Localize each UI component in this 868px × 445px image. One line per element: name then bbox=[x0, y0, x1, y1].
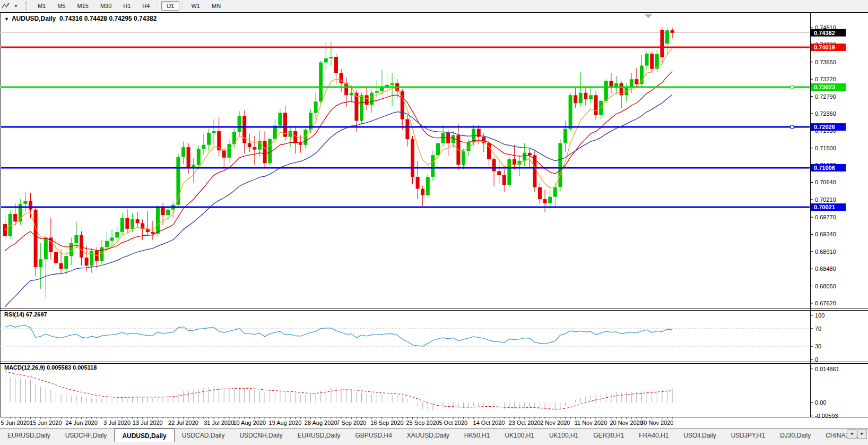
candle-body bbox=[426, 177, 430, 195]
candle-body bbox=[293, 131, 297, 143]
price-tick-label: 0.67620 bbox=[815, 300, 836, 306]
line-studies-icon bbox=[2, 2, 10, 10]
chart-tab-ger30-h1[interactable]: GER30,H1 bbox=[586, 429, 631, 441]
price-tick-label: 0.68910 bbox=[815, 249, 836, 255]
chart-tab-xauusd-daily[interactable]: XAUUSD,Daily bbox=[400, 429, 457, 441]
timeframe-button-m15[interactable]: M15 bbox=[72, 1, 93, 11]
candle-body bbox=[29, 201, 32, 210]
chart-tab-audusd-daily[interactable]: AUDUSD,Daily bbox=[114, 429, 174, 442]
timeframe-button-m5[interactable]: M5 bbox=[52, 1, 71, 11]
candle-body bbox=[533, 155, 536, 187]
candle-body bbox=[405, 119, 409, 139]
candle-body bbox=[645, 54, 649, 66]
trading-platform-window: ▼ M1M5M15M30H1H4D1W1MN 0.745100.740800.7… bbox=[0, 0, 868, 445]
candle-body bbox=[523, 153, 526, 161]
candle-body bbox=[390, 83, 394, 85]
timeframe-button-mn[interactable]: MN bbox=[206, 1, 226, 11]
candle-body bbox=[370, 93, 374, 105]
tab-scroll-right-button[interactable]: ► bbox=[857, 429, 867, 439]
tab-scroll-left-button[interactable]: ◄ bbox=[847, 429, 856, 439]
candle-body bbox=[166, 210, 170, 216]
price-tick-label: 0.71500 bbox=[815, 145, 836, 151]
toolbar-separator bbox=[182, 2, 183, 10]
candle-body bbox=[421, 189, 424, 195]
chart-tab-usoil-daily[interactable]: USOil,Daily bbox=[676, 429, 723, 441]
timeframe-button-d1[interactable]: D1 bbox=[161, 1, 179, 11]
chevron-down-icon[interactable]: ▼ bbox=[12, 4, 20, 8]
chart-tab-eurusd-daily[interactable]: EURUSD,Daily bbox=[290, 429, 348, 441]
candle-body bbox=[125, 218, 129, 229]
chart-tab-uk100-h1[interactable]: UK100,H1 bbox=[498, 429, 542, 441]
candle-body bbox=[553, 187, 557, 197]
price-tick-label: 0.72790 bbox=[815, 93, 836, 100]
chart-tab-usdchf-daily[interactable]: USDCHF,Daily bbox=[58, 429, 115, 441]
candle-body bbox=[604, 81, 608, 101]
price-tick-label: 0.68480 bbox=[815, 266, 836, 272]
candle-body bbox=[589, 95, 593, 99]
chart-symbol-label: AUDUSD,Daily bbox=[12, 15, 56, 22]
timeframe-button-w1[interactable]: W1 bbox=[186, 1, 205, 11]
candle-body bbox=[441, 133, 445, 143]
date-label: 7 Sep 2020 bbox=[336, 420, 366, 426]
candle-body bbox=[23, 201, 27, 204]
candle-body bbox=[462, 151, 465, 165]
timeframe-button-m1[interactable]: M1 bbox=[32, 1, 51, 11]
date-label: 31 Jul 2020 bbox=[204, 420, 234, 426]
candle-body bbox=[574, 95, 577, 103]
price-tick-label: 0.72360 bbox=[815, 110, 836, 117]
timeframe-button-m30[interactable]: M30 bbox=[95, 1, 117, 11]
candle-body bbox=[569, 95, 572, 129]
toolbar-grip[interactable] bbox=[25, 2, 29, 10]
line-drag-handle[interactable] bbox=[791, 125, 794, 129]
chart-tab-usdjpy-h1[interactable]: USDJPY,H1 bbox=[724, 429, 772, 441]
candle-body bbox=[375, 91, 379, 93]
price-badge-label: 0.72026 bbox=[814, 124, 835, 130]
date-label: 2 Nov 2020 bbox=[540, 420, 570, 426]
timeframe-button-h1[interactable]: H1 bbox=[118, 1, 136, 11]
candle-body bbox=[594, 95, 598, 115]
chart-tab-eurusd-daily[interactable]: EURUSD,Daily bbox=[0, 429, 58, 441]
chart-ohlc-values: 0.74316 0.74428 0.74295 0.74382 bbox=[59, 15, 157, 22]
macd-tick-label: -0.00593 bbox=[815, 413, 838, 419]
price-tick-label: 0.73220 bbox=[815, 76, 836, 82]
macd-tick-label: 0.014861 bbox=[815, 366, 839, 372]
chart-tab-gbpusd-h4[interactable]: GBPUSD,H4 bbox=[348, 429, 399, 441]
line-studies-button[interactable] bbox=[0, 1, 12, 11]
collapse-triangle-icon[interactable]: ▼ bbox=[4, 16, 9, 22]
chart-canvas[interactable]: 0.745100.740800.736500.732200.727900.723… bbox=[0, 12, 868, 428]
timeframe-button-h4[interactable]: H4 bbox=[137, 1, 155, 11]
candle-body bbox=[303, 130, 307, 145]
price-badge-label: 0.70021 bbox=[814, 204, 835, 210]
chart-tab-uk100-h1[interactable]: UK100,H1 bbox=[542, 429, 586, 441]
date-label: 16 Sep 2020 bbox=[370, 420, 403, 426]
price-tick-label: 0.69340 bbox=[815, 231, 836, 237]
line-drag-handle[interactable] bbox=[791, 85, 794, 89]
date-label: 14 Oct 2020 bbox=[473, 420, 505, 426]
chart-tab-usdcnh-daily[interactable]: USDCNH,Daily bbox=[232, 429, 290, 441]
candle-body bbox=[497, 171, 501, 175]
candle-body bbox=[85, 258, 89, 266]
candle-body bbox=[299, 143, 302, 145]
date-label: 15 Jun 2020 bbox=[30, 420, 62, 426]
candle-body bbox=[558, 143, 562, 187]
candle-body bbox=[319, 63, 323, 102]
rsi-indicator-label: RSI(14) 67.2697 bbox=[4, 311, 47, 318]
date-label: 10 Aug 2020 bbox=[233, 420, 266, 426]
candle-body bbox=[365, 95, 369, 105]
chart-tab-usdcad-daily[interactable]: USDCAD,Daily bbox=[175, 429, 232, 441]
candle-body bbox=[161, 207, 165, 215]
price-tick-label: 0.73650 bbox=[815, 59, 836, 65]
candle-body bbox=[354, 93, 358, 121]
candle-body bbox=[650, 54, 654, 69]
chart-tab-dj30-daily[interactable]: DJ30,Daily bbox=[772, 429, 818, 441]
candle-body bbox=[242, 116, 246, 143]
chart-tab-fra40-h1[interactable]: FRA40,H1 bbox=[631, 429, 676, 441]
candle-body bbox=[278, 113, 282, 125]
chart-tab-hk50-h1[interactable]: HK50,H1 bbox=[457, 429, 498, 441]
price-badge-label: 0.74019 bbox=[814, 44, 835, 50]
price-badge-label: 0.73023 bbox=[814, 84, 835, 90]
candle-body bbox=[630, 79, 633, 87]
candle-body bbox=[222, 150, 226, 158]
rsi-tick-label: 100 bbox=[815, 312, 824, 319]
toolbar-separator bbox=[158, 2, 159, 10]
